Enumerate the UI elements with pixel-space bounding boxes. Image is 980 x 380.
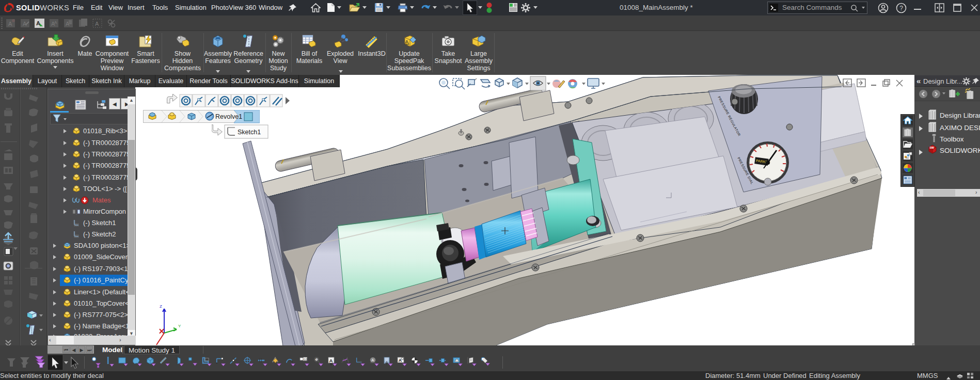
svg-text:A: A	[36, 20, 40, 26]
svg-text:A: A	[329, 358, 333, 363]
svg-text:03: 03	[304, 357, 307, 361]
svg-text:Toolbox: Toolbox	[940, 135, 964, 143]
svg-text:Y: Y	[178, 324, 181, 328]
svg-text:Revolve1: Revolve1	[215, 113, 242, 120]
svg-text:!: !	[406, 41, 407, 45]
svg-text:Z: Z	[160, 304, 162, 309]
svg-text:A: A	[8, 21, 12, 27]
svg-text:A: A	[371, 358, 374, 362]
svg-text:AXIMO DESIGN: AXIMO DESIGN	[940, 124, 980, 132]
svg-text:N: N	[315, 358, 318, 361]
svg-text:A: A	[54, 20, 57, 25]
svg-text:Sketch1: Sketch1	[238, 129, 261, 136]
svg-text:A: A	[95, 21, 99, 27]
svg-text:SOLIDWORKS: SOLIDWORKS	[940, 147, 980, 154]
svg-text:SW: SW	[929, 146, 935, 149]
svg-text:Design Library: Design Library	[940, 112, 980, 119]
svg-text:?: ?	[899, 5, 903, 12]
